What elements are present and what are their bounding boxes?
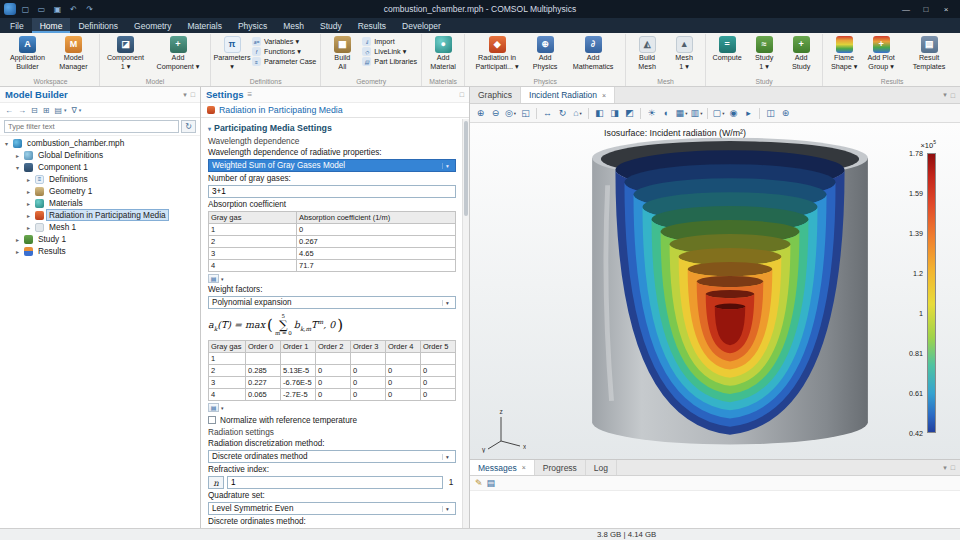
mesh-1-button[interactable]: ▲ Mesh1 ▾: [666, 35, 702, 75]
section-participating-media-settings[interactable]: ▾ Participating Media Settings: [208, 122, 456, 134]
close-button[interactable]: ×: [936, 0, 956, 18]
select-icon[interactable]: ▢▾: [712, 106, 725, 120]
menu-geometry[interactable]: Geometry: [126, 18, 179, 33]
component-button[interactable]: ◪ Component1 ▾: [103, 35, 148, 75]
tree-item-materials[interactable]: ▸ Materials: [0, 197, 200, 209]
new-file-icon[interactable]: ▢: [19, 3, 32, 16]
close-tab-icon[interactable]: ×: [602, 92, 606, 99]
caret-right-icon[interactable]: ▸: [25, 212, 32, 219]
panel-menu-icon[interactable]: ▾: [183, 91, 187, 99]
gray-gases-input[interactable]: [208, 185, 456, 198]
add-material-button[interactable]: ● AddMaterial: [425, 35, 461, 75]
save-table-icon[interactable]: ▤: [208, 403, 219, 412]
popout-icon[interactable]: ◫: [764, 106, 777, 120]
clear-messages-icon[interactable]: ✎: [475, 478, 483, 488]
variables-button[interactable]: a= Variables ▾: [252, 37, 316, 46]
view-yz-icon[interactable]: ◨: [608, 106, 621, 120]
plot-settings-icon[interactable]: ⊛: [779, 106, 792, 120]
zoom-in-icon[interactable]: ⊕: [474, 106, 487, 120]
caret-right-icon[interactable]: ▸: [14, 248, 21, 255]
menu-definitions[interactable]: Definitions: [70, 18, 126, 33]
caret-right-icon[interactable]: ▸: [14, 236, 21, 243]
parameters-button[interactable]: π Parameters▾: [214, 35, 250, 75]
panel-float-icon[interactable]: □: [951, 464, 955, 471]
caret-right-icon[interactable]: ▸: [14, 152, 21, 159]
panel-menu-icon[interactable]: ▾: [943, 464, 947, 472]
menu-materials[interactable]: Materials: [179, 18, 229, 33]
radiation-physics-button[interactable]: ◆ Radiation inParticipati... ▾: [468, 35, 526, 75]
expand-all-icon[interactable]: ⊞: [43, 106, 50, 115]
undo-icon[interactable]: ↶: [67, 3, 80, 16]
caret-right-icon[interactable]: ▸: [25, 224, 32, 231]
flame-shape-button[interactable]: FlameShape ▾: [826, 35, 862, 75]
add-physics-button[interactable]: ⊕ AddPhysics: [527, 35, 563, 75]
menu-home[interactable]: Home: [32, 18, 71, 33]
chevron-down-icon[interactable]: ▾: [221, 276, 224, 282]
build-mesh-button[interactable]: ◭ BuildMesh: [629, 35, 665, 75]
caret-right-icon[interactable]: ▸: [25, 188, 32, 195]
tab-messages[interactable]: Messages ×: [470, 460, 535, 475]
panel-float-icon[interactable]: □: [191, 91, 195, 98]
filter-icon[interactable]: ∇: [71, 106, 76, 115]
caret-down-icon[interactable]: ▾: [3, 140, 10, 147]
caret-right-icon[interactable]: ▸: [25, 200, 32, 207]
tree-item-definitions[interactable]: ▸ ≡ Definitions: [0, 173, 200, 185]
add-plot-group-button[interactable]: + Add PlotGroup ▾: [863, 35, 899, 75]
livelink-button[interactable]: ◇ LiveLink ▾: [362, 47, 417, 56]
part-libraries-button[interactable]: ▤ Part Libraries: [362, 57, 417, 66]
refresh-icon[interactable]: ↻: [181, 120, 196, 133]
caret-down-icon[interactable]: ▾: [14, 164, 21, 171]
menu-results[interactable]: Results: [350, 18, 394, 33]
tree-item-results[interactable]: ▸ Results: [0, 245, 200, 257]
tree-filter-input[interactable]: [4, 120, 179, 133]
menu-physics[interactable]: Physics: [230, 18, 275, 33]
color-legend-icon[interactable]: ▥▾: [690, 106, 703, 120]
tree-item-root[interactable]: ▾ combustion_chamber.mph: [0, 137, 200, 149]
add-mathematics-button[interactable]: ∂ AddMathematics: [564, 35, 622, 75]
zoom-out-icon[interactable]: ⊖: [489, 106, 502, 120]
plot-area[interactable]: Isosurface: Incident radiation (W/m²) ×1…: [470, 123, 960, 459]
menu-file[interactable]: File: [2, 18, 32, 33]
panel-float-icon[interactable]: □: [951, 92, 955, 99]
panel-menu-icon[interactable]: ▾: [943, 91, 947, 99]
zoom-box-icon[interactable]: ◱: [519, 106, 532, 120]
tab-log[interactable]: Log: [586, 460, 617, 475]
import-button[interactable]: ⇓ Import: [362, 37, 417, 46]
result-templates-button[interactable]: ▤ ResultTemplates: [900, 35, 958, 75]
animate-icon[interactable]: ▸: [742, 106, 755, 120]
transparency-icon[interactable]: ◐: [660, 106, 673, 120]
tree-item-mesh-1[interactable]: ▸ Mesh 1: [0, 221, 200, 233]
minimize-button[interactable]: —: [896, 0, 916, 18]
functions-button[interactable]: f Functions ▾: [252, 47, 316, 56]
collapse-all-icon[interactable]: ⊟: [31, 106, 38, 115]
show-menu-icon[interactable]: ▤: [54, 106, 62, 115]
parameter-case-button[interactable]: ≡ Parameter Case: [252, 57, 316, 66]
quadrature-set-select[interactable]: Level Symmetric Even ▾: [208, 502, 456, 515]
tab-progress[interactable]: Progress: [535, 460, 586, 475]
refractive-index-input[interactable]: [227, 476, 443, 489]
settings-menu-icon[interactable]: ≡: [247, 90, 252, 99]
study-1-button[interactable]: ≈ Study1 ▾: [746, 35, 782, 75]
menu-study[interactable]: Study: [312, 18, 350, 33]
copy-messages-icon[interactable]: ▤: [487, 478, 496, 488]
wavelength-dependence-select[interactable]: Weighted Sum of Gray Gases Model ▾: [208, 159, 456, 172]
add-study-button[interactable]: + AddStudy: [783, 35, 819, 75]
save-icon[interactable]: ▣: [51, 3, 64, 16]
weight-factors-select[interactable]: Polynomial expansion ▾: [208, 296, 456, 309]
panel-float-icon[interactable]: □: [460, 91, 464, 98]
normalize-checkbox[interactable]: [208, 416, 216, 424]
application-builder-button[interactable]: A ApplicationBuilder: [5, 35, 50, 75]
redo-icon[interactable]: ↷: [83, 3, 96, 16]
build-all-button[interactable]: ▦ BuildAll: [324, 35, 360, 75]
tree-item-study-1[interactable]: ▸ Study 1: [0, 233, 200, 245]
rotate-icon[interactable]: ↻: [556, 106, 569, 120]
open-file-icon[interactable]: ▭: [35, 3, 48, 16]
chevron-down-icon[interactable]: ▾: [221, 405, 224, 411]
tree-item-component-1[interactable]: ▾ Component 1: [0, 161, 200, 173]
add-component-button[interactable]: + AddComponent ▾: [149, 35, 207, 75]
close-tab-icon[interactable]: ×: [522, 464, 526, 471]
caret-right-icon[interactable]: ▸: [25, 176, 32, 183]
scene-light-icon[interactable]: ☀: [645, 106, 658, 120]
tree-item-geometry-1[interactable]: ▸ Geometry 1: [0, 185, 200, 197]
wireframe-icon[interactable]: ▦▾: [675, 106, 688, 120]
